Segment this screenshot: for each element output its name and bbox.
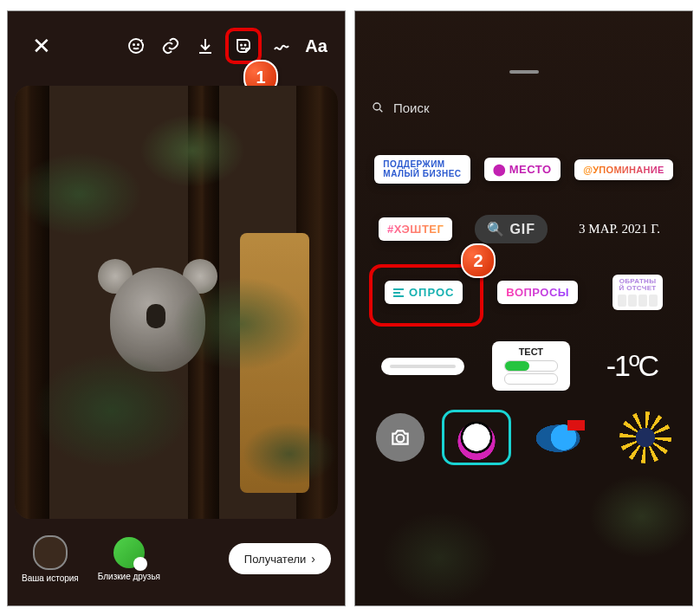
sun-sticker[interactable]: [619, 411, 671, 463]
svg-point-4: [244, 44, 245, 45]
story-share-bar: Ваша история Близкие друзья Получатели ›: [8, 534, 345, 583]
search-placeholder: Поиск: [393, 100, 430, 115]
svg-point-2: [138, 44, 139, 45]
temperature-sticker[interactable]: -1ºC: [598, 344, 666, 388]
close-friends-label: Близкие друзья: [98, 572, 160, 581]
text-tool-button[interactable]: Aa: [301, 31, 331, 61]
recipients-label: Получатели: [244, 553, 307, 566]
recipients-button[interactable]: Получатели ›: [229, 543, 331, 574]
svg-point-0: [129, 39, 143, 53]
svg-point-3: [241, 44, 242, 45]
sticker-tray-icon[interactable]: [225, 28, 262, 64]
story-editor-screen: ✕ Aa 1: [7, 10, 346, 606]
save-icon[interactable]: [191, 31, 220, 61]
gif-sticker[interactable]: 🔍GIF: [475, 215, 548, 243]
story-toolbar: ✕ Aa: [8, 27, 345, 65]
effects-icon[interactable]: [121, 31, 151, 61]
countdown-sticker[interactable]: ОБРАТНЫ Й ОТСЧЕТ: [612, 275, 663, 310]
link-icon[interactable]: [156, 31, 185, 61]
your-story-button[interactable]: Ваша история: [22, 535, 79, 583]
close-button[interactable]: ✕: [27, 31, 56, 61]
mention-sticker[interactable]: @УПОМИНАНИЕ: [574, 159, 672, 180]
bird-sticker[interactable]: [529, 413, 592, 462]
camera-sticker[interactable]: [376, 413, 425, 462]
search-icon: [371, 100, 385, 114]
slider-sticker[interactable]: [381, 358, 464, 375]
lips-sticker[interactable]: [445, 413, 508, 462]
location-sticker[interactable]: ⬤МЕСТО: [484, 158, 560, 181]
svg-point-5: [373, 103, 380, 110]
chevron-right-icon: ›: [311, 552, 315, 566]
support-business-sticker[interactable]: ПОДДЕРЖИМ МАЛЫЙ БИЗНЕС: [374, 155, 470, 184]
quiz-sticker[interactable]: ТЕСТ: [492, 341, 570, 391]
questions-sticker[interactable]: ВОПРОСЫ: [497, 281, 578, 304]
svg-point-6: [397, 435, 405, 443]
search-icon: 🔍: [487, 222, 505, 236]
date-sticker[interactable]: 3 МАР. 2021 Г.: [570, 217, 669, 242]
draw-icon[interactable]: [267, 31, 296, 61]
hashtag-sticker[interactable]: #ХЭШТЕГ: [379, 217, 452, 241]
sticker-tray-screen: Поиск ПОДДЕРЖИМ МАЛЫЙ БИЗНЕС ⬤МЕСТО @УПО…: [354, 10, 693, 606]
callout-2: 2: [461, 243, 496, 278]
story-photo[interactable]: [15, 86, 338, 519]
pin-icon: ⬤: [493, 163, 507, 176]
sticker-sheet[interactable]: Поиск ПОДДЕРЖИМ МАЛЫЙ БИЗНЕС ⬤МЕСТО @УПО…: [355, 70, 692, 605]
sticker-grid: ПОДДЕРЖИМ МАЛЫЙ БИЗНЕС ⬤МЕСТО @УПОМИНАНИ…: [355, 139, 692, 605]
your-story-label: Ваша история: [22, 573, 79, 583]
close-friends-button[interactable]: Близкие друзья: [98, 537, 160, 581]
svg-point-1: [133, 44, 134, 45]
sheet-grab-handle[interactable]: [509, 70, 539, 74]
sticker-search[interactable]: Поиск: [371, 94, 677, 120]
